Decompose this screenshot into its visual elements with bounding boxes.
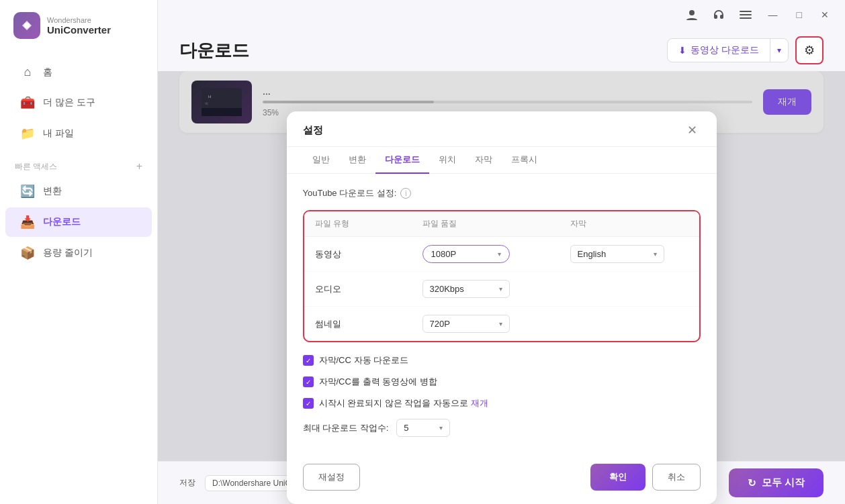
svg-rect-3 [740, 14, 752, 15]
video-subtitle-select[interactable]: English ▾ [570, 245, 664, 263]
max-downloads-value: 5 [404, 423, 408, 433]
start-all-icon: ↻ [748, 477, 756, 489]
user-icon[interactable] [682, 5, 701, 24]
checkbox-auto-subtitle: 자막/CC 자동 다운로드 [303, 354, 701, 366]
audio-type-label: 오디오 [315, 283, 422, 295]
audio-quality-arrow: ▾ [499, 285, 502, 293]
logo: Wondershare UniConverter [0, 0, 157, 51]
checkbox-auto-resume-input[interactable] [303, 398, 314, 409]
yt-settings-label: YouTube 다운로드 설정: i [303, 187, 701, 199]
quick-access-section: 빠른 액세스 + [0, 155, 157, 175]
start-all-label: 모두 시작 [762, 476, 805, 489]
sidebar: Wondershare UniConverter ⌂ 홈 🧰 더 많은 도구 📁… [0, 0, 158, 504]
audio-quality-value: 320Kbps [430, 284, 464, 294]
checkbox-auto-subtitle-input[interactable] [303, 355, 314, 366]
video-subtitle-value: English [578, 249, 607, 259]
modal-footer: 재설정 확인 취소 [287, 464, 717, 504]
close-button[interactable]: ✕ [815, 7, 834, 23]
video-subtitle-arrow: ▾ [654, 250, 657, 258]
download-video-label: 동영상 다운로드 [691, 44, 759, 56]
info-icon[interactable]: i [400, 188, 411, 199]
tools-icon: 🧰 [20, 95, 35, 110]
logo-brand: Wondershare [47, 16, 111, 24]
modal-header: 설정 ✕ [287, 111, 717, 147]
quick-access-label: 빠른 액세스 [15, 161, 57, 172]
resume-highlight: 재개 [471, 398, 488, 408]
checkbox-merge-subtitle-input[interactable] [303, 376, 314, 387]
reset-button[interactable]: 재설정 [303, 464, 360, 491]
thumbnail-quality-select[interactable]: 720P ▾ [422, 315, 510, 333]
modal-tabs: 일반 변환 다운로드 위치 자막 프록시 [287, 147, 717, 174]
sidebar-item-tools-label: 더 많은 도구 [43, 97, 95, 109]
tab-general[interactable]: 일반 [303, 147, 339, 174]
table-row-audio: 오디오 320Kbps ▾ [304, 272, 699, 307]
download-video-button-group: ⬇ 동영상 다운로드 ▾ [667, 38, 789, 62]
cancel-button[interactable]: 취소 [652, 464, 701, 491]
max-downloads-select[interactable]: 5 ▾ [396, 419, 450, 437]
maximize-button[interactable]: □ [791, 7, 807, 23]
folder-icon: 📁 [20, 126, 35, 141]
thumbnail-type-label: 썸네일 [315, 318, 422, 330]
start-all-button[interactable]: ↻ 모두 시작 [729, 468, 824, 497]
file-type-table: 파일 유형 파일 품질 자막 동영상 1080P ▾ [303, 210, 701, 342]
sidebar-item-myfiles-label: 내 파일 [43, 128, 74, 140]
download-video-button[interactable]: ⬇ 동영상 다운로드 [668, 39, 770, 62]
checkbox-auto-resume-label: 시작시 완료되지 않은 작업을 자동으로 재개 [319, 397, 488, 409]
svg-point-1 [689, 10, 695, 15]
thumbnail-quality-arrow: ▾ [499, 320, 502, 327]
settings-button[interactable]: ⚙ [795, 36, 824, 64]
sidebar-item-download-label: 다운로드 [43, 216, 81, 228]
video-quality-select[interactable]: 1080P ▾ [422, 245, 510, 263]
checkbox-auto-subtitle-label: 자막/CC 자동 다운로드 [319, 354, 409, 366]
storage-path-value: D:\Wondershare UniCo [212, 478, 296, 488]
tab-download[interactable]: 다운로드 [375, 147, 429, 174]
quick-access-add-button[interactable]: + [136, 160, 142, 172]
tab-location[interactable]: 위치 [429, 147, 465, 174]
page-title: 다운로드 [179, 39, 249, 62]
convert-icon: 🔄 [20, 184, 35, 199]
content-area: H 박 ... 35% 재개 설정 ✕ [158, 71, 845, 461]
checkbox-auto-resume: 시작시 완료되지 않은 작업을 자동으로 재개 [303, 397, 701, 409]
modal-overlay: 설정 ✕ 일반 변환 다운로드 위치 [158, 71, 845, 461]
sidebar-item-home-label: 홈 [43, 66, 52, 79]
minimize-button[interactable]: — [763, 7, 783, 23]
modal-body: YouTube 다운로드 설정: i 파일 유형 파일 품질 자막 동영상 [287, 174, 717, 464]
modal-close-button[interactable]: ✕ [684, 122, 701, 138]
headphones-icon[interactable] [709, 5, 728, 24]
table-row-video: 동영상 1080P ▾ English ▾ [304, 237, 699, 272]
settings-modal: 설정 ✕ 일반 변환 다운로드 위치 [287, 111, 717, 504]
footer-right-buttons: 확인 취소 [590, 464, 701, 491]
sidebar-item-convert-label: 변환 [43, 185, 62, 197]
max-downloads-arrow: ▾ [439, 424, 443, 432]
sidebar-item-compress[interactable]: 📦 용량 줄이기 [5, 238, 152, 268]
download-icon: 📥 [20, 215, 35, 230]
compress-icon: 📦 [20, 246, 35, 260]
tab-proxy[interactable]: 프록시 [502, 147, 547, 174]
sidebar-item-convert[interactable]: 🔄 변환 [5, 177, 152, 206]
checkbox-merge-subtitle-label: 자막/CC를 출력 동영상에 병합 [319, 376, 437, 388]
col-subtitle: 자막 [570, 218, 701, 230]
sidebar-item-myfiles[interactable]: 📁 내 파일 [5, 119, 152, 148]
menu-icon[interactable] [736, 5, 755, 24]
home-icon: ⌂ [20, 65, 35, 79]
audio-quality-select[interactable]: 320Kbps ▾ [422, 280, 510, 298]
sidebar-item-download[interactable]: 📥 다운로드 [5, 207, 152, 237]
thumbnail-quality-value: 720P [430, 319, 450, 329]
max-downloads-row: 최대 다운로드 작업수: 5 ▾ [303, 419, 701, 437]
video-quality-value: 1080P [431, 249, 457, 259]
confirm-button[interactable]: 확인 [590, 464, 646, 491]
svg-rect-2 [740, 11, 752, 12]
logo-text: Wondershare UniConverter [47, 16, 111, 36]
tab-subtitle[interactable]: 자막 [465, 147, 502, 174]
titlebar: — □ ✕ [158, 0, 845, 30]
max-downloads-label: 최대 다운로드 작업수: [303, 422, 389, 434]
video-quality-arrow: ▾ [498, 250, 501, 258]
tab-convert[interactable]: 변환 [339, 147, 375, 174]
download-dropdown-arrow[interactable]: ▾ [770, 40, 788, 60]
header-actions: ⬇ 동영상 다운로드 ▾ ⚙ [667, 36, 824, 64]
sidebar-item-tools[interactable]: 🧰 더 많은 도구 [5, 88, 152, 117]
svg-point-0 [24, 23, 30, 28]
download-arrow-icon: ⬇ [678, 45, 686, 56]
sidebar-item-compress-label: 용량 줄이기 [43, 247, 93, 259]
sidebar-item-home[interactable]: ⌂ 홈 [5, 58, 152, 87]
